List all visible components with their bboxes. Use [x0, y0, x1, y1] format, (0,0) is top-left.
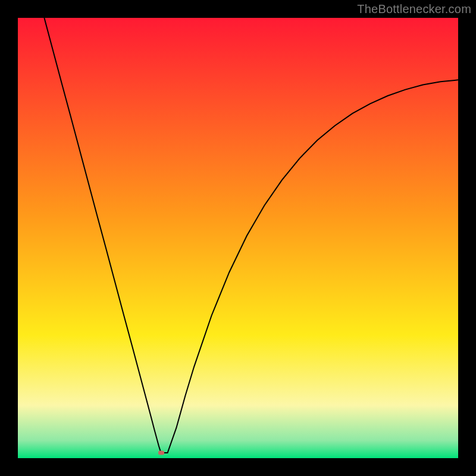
optimal-point-marker — [158, 451, 164, 455]
watermark-text: TheBottlenecker.com — [357, 2, 471, 16]
plot-area — [18, 18, 458, 458]
chart-frame: TheBottlenecker.com — [0, 0, 476, 476]
bottleneck-curve — [18, 18, 458, 458]
